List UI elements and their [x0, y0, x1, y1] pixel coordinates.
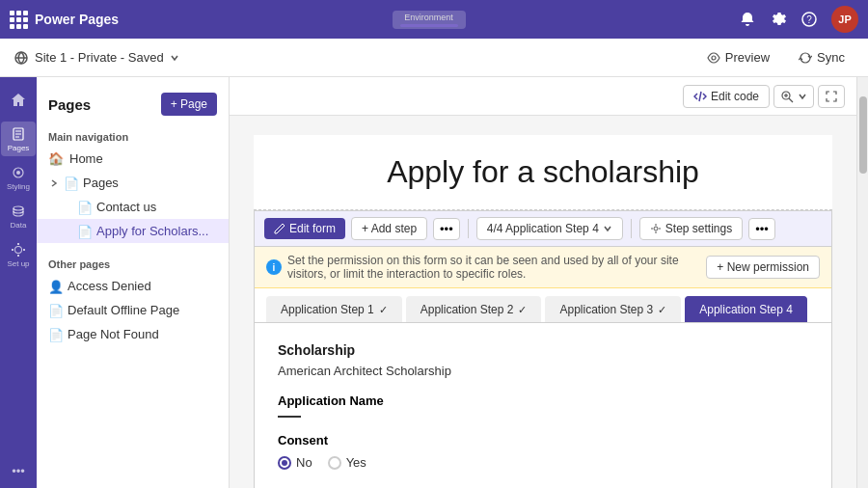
- step1-label: Application Step 1: [281, 303, 374, 316]
- scholarship-value: American Architect Scholarship: [278, 364, 808, 378]
- contact-us-label: Contact us: [96, 200, 217, 214]
- tab-step4[interactable]: Application Step 4: [685, 296, 807, 322]
- edit-code-button[interactable]: Edit code: [683, 85, 770, 108]
- top-bar-left: Power Pages: [10, 11, 119, 28]
- chevron-right-icon: [48, 177, 60, 189]
- consent-options: No Yes: [278, 455, 808, 470]
- form-more-button-2[interactable]: •••: [748, 218, 775, 240]
- step1-check: ✓: [379, 304, 388, 316]
- consent-yes-label: Yes: [346, 455, 366, 470]
- home-nav-icon: 🏠: [48, 151, 64, 166]
- sidebar-item-apply-scholarship[interactable]: 📄 Apply for Scholars... •••: [37, 219, 229, 243]
- step2-label: Application Step 2: [420, 303, 514, 316]
- site-info: Site 1 - Private - Saved: [14, 50, 179, 66]
- pages-label: Pages: [8, 144, 30, 152]
- nav-panel-title: Pages: [48, 96, 91, 113]
- expand-icon: [825, 90, 838, 103]
- sidebar-item-home[interactable]: [1, 83, 36, 118]
- more-icon[interactable]: •••: [12, 464, 25, 478]
- form-more-button-1[interactable]: •••: [433, 218, 460, 240]
- step-settings-button[interactable]: Step settings: [639, 217, 743, 240]
- sidebar-item-contact-us[interactable]: 📄 Contact us: [37, 195, 229, 219]
- access-denied-label: Access Denied: [68, 279, 217, 293]
- scholarship-section-title: Scholarship: [278, 342, 808, 358]
- sync-icon: [799, 51, 812, 65]
- step3-check: ✓: [658, 304, 666, 316]
- tab-step3[interactable]: Application Step 3 ✓: [545, 296, 681, 322]
- offline-icon: 📄: [48, 304, 62, 317]
- sidebar-item-not-found[interactable]: 📄 Page Not Found: [37, 322, 229, 346]
- notification-icon[interactable]: [739, 11, 756, 28]
- sidebar-item-data[interactable]: Data: [1, 199, 36, 233]
- zoom-button[interactable]: [773, 85, 814, 108]
- sidebar-item-home-page[interactable]: 🏠 Home: [37, 147, 229, 171]
- app-title: Power Pages: [35, 12, 119, 27]
- tab-step2[interactable]: Application Step 2 ✓: [406, 296, 542, 322]
- scholarship-label: Apply for Scholars...: [96, 224, 217, 238]
- avatar[interactable]: JP: [831, 6, 858, 33]
- settings-icon[interactable]: [770, 11, 787, 28]
- right-scrollbar[interactable]: [856, 77, 868, 488]
- page-title: Apply for a scholarship: [273, 154, 813, 190]
- setup-icon: [11, 242, 26, 258]
- permission-bar-left: i Set the permission on this form so it …: [266, 254, 706, 281]
- svg-point-10: [16, 171, 20, 175]
- content-area: Edit code Apply for a scholarship: [230, 77, 856, 488]
- svg-point-18: [654, 227, 658, 230]
- sidebar-item-setup[interactable]: Set up: [1, 237, 36, 272]
- svg-point-4: [712, 56, 716, 60]
- scroll-thumb: [859, 96, 867, 174]
- consent-yes-radio[interactable]: [328, 456, 341, 470]
- svg-point-11: [14, 206, 23, 210]
- environment-bar: [400, 24, 458, 27]
- zoom-icon: [780, 90, 794, 103]
- sidebar-item-access-denied[interactable]: 👤 Access Denied: [37, 274, 229, 298]
- step3-label: Application Step 3: [559, 303, 653, 316]
- toolbar-separator-2: [631, 219, 632, 238]
- home-nav-label: Home: [69, 151, 217, 166]
- step-indicator-button[interactable]: 4/4 Application Step 4: [476, 217, 623, 240]
- consent-no-radio[interactable]: [278, 456, 291, 470]
- application-name-label: Application Name: [278, 393, 808, 408]
- sidebar-item-pages-group[interactable]: 📄 Pages: [37, 171, 229, 195]
- data-icon: [11, 203, 26, 219]
- canvas-area: Apply for a scholarship Edit form + Add …: [230, 116, 856, 488]
- access-denied-icon: 👤: [48, 280, 62, 293]
- site-name: Site 1 - Private - Saved: [35, 50, 164, 65]
- page-title-area: Apply for a scholarship: [254, 135, 832, 210]
- sidebar-item-styling[interactable]: Styling: [1, 160, 36, 195]
- new-permission-button[interactable]: + New permission: [706, 256, 820, 279]
- tab-step1[interactable]: Application Step 1 ✓: [266, 296, 402, 322]
- nav-panel-header: Pages + Page: [37, 87, 229, 125]
- edit-form-button[interactable]: Edit form: [264, 218, 345, 239]
- not-found-icon: 📄: [48, 328, 62, 341]
- environment-label: Environment: [404, 13, 453, 22]
- setup-label: Set up: [7, 259, 29, 268]
- help-icon[interactable]: ?: [800, 11, 818, 28]
- edit-code-label: Edit code: [711, 90, 759, 103]
- styling-label: Styling: [7, 182, 30, 191]
- pages-group-label: Pages: [83, 176, 217, 190]
- step-indicator-chevron: [603, 224, 612, 233]
- add-step-button[interactable]: + Add step: [351, 217, 427, 240]
- form-canvas: Edit form + Add step ••• 4/4 Application…: [254, 210, 832, 488]
- add-page-button[interactable]: + Page: [161, 93, 217, 116]
- preview-icon: [707, 51, 720, 65]
- sidebar-item-offline[interactable]: 📄 Default Offline Page: [37, 298, 229, 322]
- application-name-line: [278, 416, 301, 418]
- toolbar-separator: [468, 219, 469, 238]
- preview-button[interactable]: Preview: [697, 46, 779, 68]
- app-icon: [10, 11, 27, 28]
- consent-no-option[interactable]: No: [278, 455, 312, 470]
- info-icon: i: [266, 259, 282, 275]
- permission-message: Set the permission on this form so it ca…: [287, 254, 706, 281]
- expand-button[interactable]: [818, 85, 845, 108]
- main-layout: Pages Styling Data Set up ••• Pages + Pa…: [0, 77, 868, 488]
- step2-check: ✓: [518, 304, 527, 316]
- consent-label: Consent: [278, 433, 808, 447]
- sync-button[interactable]: Sync: [789, 46, 854, 68]
- consent-yes-option[interactable]: Yes: [328, 455, 366, 470]
- edit-code-icon: [693, 90, 707, 103]
- top-bar: Power Pages Environment ? JP: [0, 0, 868, 39]
- sidebar-item-pages[interactable]: Pages: [1, 122, 36, 156]
